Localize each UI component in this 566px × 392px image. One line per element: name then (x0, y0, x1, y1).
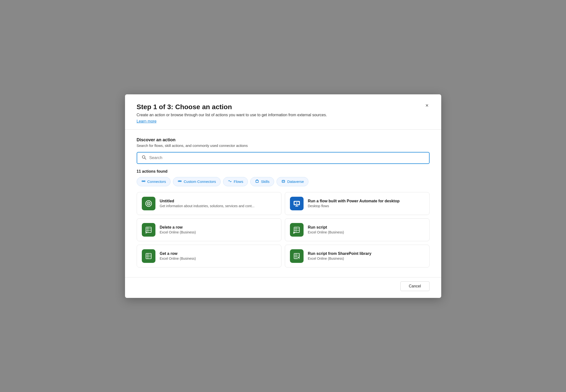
dataverse-icon (281, 179, 285, 184)
action-icon-get-row (142, 249, 156, 263)
action-desc-untitled: Get information about industries, soluti… (160, 204, 255, 208)
dialog: Step 1 of 3: Choose an action Create an … (125, 94, 441, 298)
learn-more-link[interactable]: Learn more (137, 119, 157, 123)
filter-tabs: Connectors Custom Connectors (137, 177, 430, 186)
filter-tab-skills[interactable]: Skills (250, 177, 274, 186)
svg-point-12 (148, 203, 149, 204)
close-button[interactable]: × (423, 101, 431, 110)
svg-point-3 (144, 181, 145, 182)
filter-tab-custom-connectors[interactable]: Custom Connectors (173, 177, 221, 186)
svg-rect-8 (282, 180, 285, 182)
dialog-footer: Cancel (125, 277, 441, 298)
filter-flows-label: Flows (234, 180, 243, 184)
action-card-run-desktop[interactable]: Run a flow built with Power Automate for… (285, 192, 430, 215)
svg-rect-28 (146, 253, 151, 259)
filter-tab-flows[interactable]: Flows (223, 177, 248, 186)
svg-point-9 (283, 180, 283, 181)
svg-rect-7 (256, 180, 258, 182)
action-card-get-row[interactable]: Get a row Excel Online (Business) (137, 245, 282, 267)
filter-connectors-label: Connectors (147, 180, 166, 184)
action-desc-run-script: Excel Online (Business) (308, 230, 344, 234)
search-icon (142, 155, 146, 161)
action-icon-run-desktop (290, 197, 304, 210)
action-desc-run-desktop: Desktop flows (308, 204, 400, 208)
svg-point-2 (142, 181, 143, 182)
svg-line-1 (144, 158, 146, 159)
flows-icon (228, 179, 232, 184)
filter-skills-label: Skills (261, 180, 269, 184)
action-name-run-script: Run script (308, 225, 344, 230)
svg-point-5 (180, 181, 182, 182)
action-name-get-row: Get a row (160, 252, 196, 256)
discover-subtitle: Search for flows, skill actions, and com… (137, 143, 430, 148)
action-card-run-script-sharepoint[interactable]: ▶ Run script from SharePoint library Exc… (285, 245, 430, 267)
svg-text:▶: ▶ (293, 232, 295, 234)
actions-grid: Untitled Get information about industrie… (137, 192, 430, 267)
filter-custom-connectors-label: Custom Connectors (184, 180, 216, 184)
action-name-run-desktop: Run a flow built with Power Automate for… (308, 199, 400, 203)
svg-point-4 (178, 181, 179, 182)
action-icon-delete-row: X (142, 223, 156, 237)
svg-text:X: X (145, 231, 147, 234)
action-icon-untitled (142, 197, 156, 210)
svg-line-6 (180, 180, 180, 181)
action-icon-run-script-sharepoint: ▶ (290, 249, 304, 263)
dialog-body: Discover an action Search for flows, ski… (125, 130, 441, 275)
filter-tab-connectors[interactable]: Connectors (137, 177, 171, 186)
skills-icon (255, 179, 259, 184)
action-name-delete-row: Delete a row (160, 225, 196, 230)
action-icon-run-script: ▶ (290, 223, 304, 237)
action-desc-get-row: Excel Online (Business) (160, 257, 196, 260)
dialog-title: Step 1 of 3: Choose an action (137, 103, 430, 111)
search-input[interactable] (149, 155, 425, 160)
action-card-delete-row[interactable]: X Delete a row Excel Online (Business) (137, 218, 282, 241)
custom-connector-icon (178, 179, 182, 184)
connector-icon (141, 179, 146, 184)
action-card-run-script[interactable]: ▶ Run script Excel Online (Business) (285, 218, 430, 241)
action-desc-delete-row: Excel Online (Business) (160, 230, 196, 234)
dialog-subtitle: Create an action or browse through our l… (137, 113, 430, 117)
action-desc-run-script-sharepoint: Excel Online (Business) (308, 257, 371, 260)
actions-found-label: 11 actions found (137, 169, 430, 174)
action-name-untitled: Untitled (160, 199, 255, 203)
dialog-header: Step 1 of 3: Choose an action Create an … (125, 94, 441, 130)
filter-dataverse-label: Dataverse (287, 180, 304, 184)
action-card-untitled[interactable]: Untitled Get information about industrie… (137, 192, 282, 215)
discover-title: Discover an action (137, 137, 430, 142)
cancel-button[interactable]: Cancel (400, 281, 430, 291)
search-box[interactable] (137, 152, 430, 164)
filter-tab-dataverse[interactable]: Dataverse (277, 177, 308, 186)
action-name-run-script-sharepoint: Run script from SharePoint library (308, 252, 371, 256)
